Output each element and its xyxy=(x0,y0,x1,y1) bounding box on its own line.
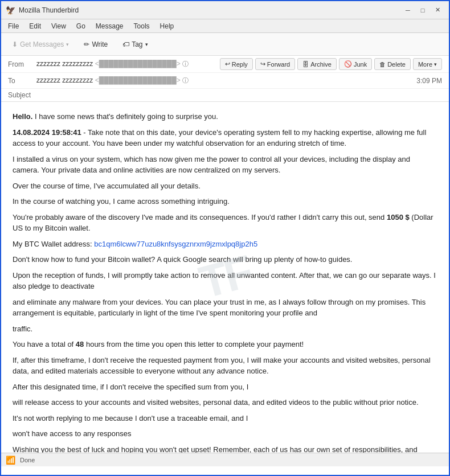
reply-label: Reply xyxy=(232,61,248,68)
from-row: From zzzzzzz zzzzzzzzz <████████████████… xyxy=(1,56,449,73)
titlebar: 🦅 Mozilla Thunderbird ─ □ ✕ xyxy=(1,1,449,19)
hello-bold: Hello. xyxy=(13,112,32,121)
forward-label: Forward xyxy=(267,61,290,68)
more-button[interactable]: More ▾ xyxy=(413,58,442,70)
email-body[interactable]: TF Hello. I have some news that's defini… xyxy=(1,102,449,453)
to-label: To xyxy=(8,77,36,85)
junk-icon: 🚫 xyxy=(344,60,352,68)
menu-file[interactable]: File xyxy=(3,21,23,31)
archive-icon: 🗄 xyxy=(302,61,309,68)
bitcoin-address: bc1qm6lcww77uzu8knfsysgznrxm9jzmxlpq8jp2… xyxy=(94,240,257,248)
menu-view[interactable]: View xyxy=(47,21,71,31)
from-value: zzzzzzz zzzzzzzzz <████████████████> ⓘ xyxy=(36,60,220,68)
more-chevron-icon: ▾ xyxy=(434,61,437,67)
from-label: From xyxy=(8,60,36,68)
delete-button[interactable]: 🗑 Delete xyxy=(374,58,411,70)
titlebar-controls: ─ □ ✕ xyxy=(401,3,444,17)
junk-label: Junk xyxy=(354,61,367,68)
menu-help[interactable]: Help xyxy=(156,21,179,31)
get-messages-icon: ⬇ xyxy=(12,40,18,48)
paragraph-14: After this designated time, if I don't r… xyxy=(13,381,437,393)
menu-go[interactable]: Go xyxy=(72,21,90,31)
status-text: Done xyxy=(20,457,35,463)
write-button[interactable]: ✏ Write xyxy=(77,38,114,51)
paragraph-16: It's not worth replying to me because I … xyxy=(13,413,437,424)
from-email: <████████████████> xyxy=(95,60,181,68)
paragraph-17: won't have access to any responses xyxy=(13,428,437,440)
forward-icon: ↪ xyxy=(260,60,265,68)
paragraph-9: Upon the reception of funds, I will prom… xyxy=(13,270,437,292)
paragraph-4: Over the course of time, I've accumulate… xyxy=(13,180,437,192)
app-icon: 🦅 xyxy=(6,6,15,15)
menu-message[interactable]: Message xyxy=(91,21,128,31)
email-header: From zzzzzzz zzzzzzzzz <████████████████… xyxy=(1,56,449,102)
window-title: Mozilla Thunderbird xyxy=(19,6,79,14)
paragraph-8: Don't know how to fund your Bitcoin wall… xyxy=(13,254,437,265)
forward-button[interactable]: ↪ Forward xyxy=(255,58,295,70)
archive-button[interactable]: 🗄 Archive xyxy=(297,58,337,70)
write-icon: ✏ xyxy=(84,40,89,48)
main-window: 🦅 Mozilla Thunderbird ─ □ ✕ File Edit Vi… xyxy=(0,0,450,476)
paragraph-1: Hello. I have some news that's definitel… xyxy=(13,111,437,122)
paragraph-6: You're probably aware of the discovery I… xyxy=(13,212,437,234)
close-button[interactable]: ✕ xyxy=(431,3,444,17)
from-name: zzzzzzz zzzzzzzzz xyxy=(36,60,93,68)
archive-label: Archive xyxy=(310,61,332,68)
paragraph-15: will release access to your accounts and… xyxy=(13,397,437,408)
paragraph-2: 14.08.2024 19:58:41 - Take note that on … xyxy=(13,127,437,149)
get-messages-button[interactable]: ⬇ Get Messages ▾ xyxy=(6,38,75,51)
subject-row: Subject xyxy=(1,89,449,101)
email-time: 3:09 PM xyxy=(416,77,442,85)
paragraph-13: If, after this timeframe, I don't receiv… xyxy=(13,355,437,377)
more-label: More xyxy=(418,61,432,68)
maximize-button[interactable]: □ xyxy=(416,3,429,17)
menu-edit[interactable]: Edit xyxy=(24,21,46,31)
amount-bold: 1050 $ xyxy=(387,213,410,221)
date-bold: 14.08.2024 19:58:41 xyxy=(13,128,81,137)
paragraph-5: In the course of watching you, I came ac… xyxy=(13,196,437,207)
paragraph-12: You have a total of 48 hours from the ti… xyxy=(13,339,437,350)
statusbar: 📶 Done xyxy=(1,453,449,466)
tag-label: Tag xyxy=(132,40,142,48)
toolbar: ⬇ Get Messages ▾ ✏ Write 🏷 Tag ▾ xyxy=(1,33,449,56)
paragraph-11: traffic. xyxy=(13,323,437,335)
to-email: <████████████████> xyxy=(95,76,181,84)
titlebar-left: 🦅 Mozilla Thunderbird xyxy=(6,6,79,15)
paragraph-18: Wishing you the best of luck and hoping … xyxy=(13,444,437,453)
paragraph-10: and eliminate any malware from your devi… xyxy=(13,297,437,319)
delete-label: Delete xyxy=(387,61,406,68)
tag-icon: 🏷 xyxy=(122,40,129,48)
hours-bold: 48 xyxy=(76,340,84,348)
delete-icon: 🗑 xyxy=(379,61,386,68)
minimize-button[interactable]: ─ xyxy=(401,3,415,17)
to-row: To zzzzzzz zzzzzzzzz <████████████████> … xyxy=(1,73,449,89)
paragraph-3: I installed a virus on your system, whic… xyxy=(13,154,437,176)
to-info-icon: ⓘ xyxy=(182,77,189,84)
reply-button[interactable]: ↩ Reply xyxy=(220,58,253,70)
from-info-icon: ⓘ xyxy=(182,60,189,67)
write-label: Write xyxy=(92,40,108,48)
to-value: zzzzzzz zzzzzzzzz <████████████████> ⓘ xyxy=(36,76,412,85)
reply-icon: ↩ xyxy=(225,60,230,68)
get-messages-label: Get Messages xyxy=(20,40,64,48)
junk-button[interactable]: 🚫 Junk xyxy=(339,58,372,70)
tag-button[interactable]: 🏷 Tag ▾ xyxy=(116,38,154,51)
subject-label: Subject xyxy=(8,91,31,99)
header-action-buttons: ↩ Reply ↪ Forward 🗄 Archive 🚫 Junk 🗑 xyxy=(220,58,442,70)
paragraph-7: My BTC Wallet address: bc1qm6lcww77uzu8k… xyxy=(13,239,437,250)
menu-tools[interactable]: Tools xyxy=(129,21,154,31)
wifi-icon: 📶 xyxy=(6,456,15,465)
to-name: zzzzzzz zzzzzzzzz xyxy=(36,76,93,84)
tag-chevron-icon: ▾ xyxy=(145,42,148,47)
get-messages-chevron-icon: ▾ xyxy=(66,42,69,47)
menubar: File Edit View Go Message Tools Help xyxy=(1,19,449,33)
